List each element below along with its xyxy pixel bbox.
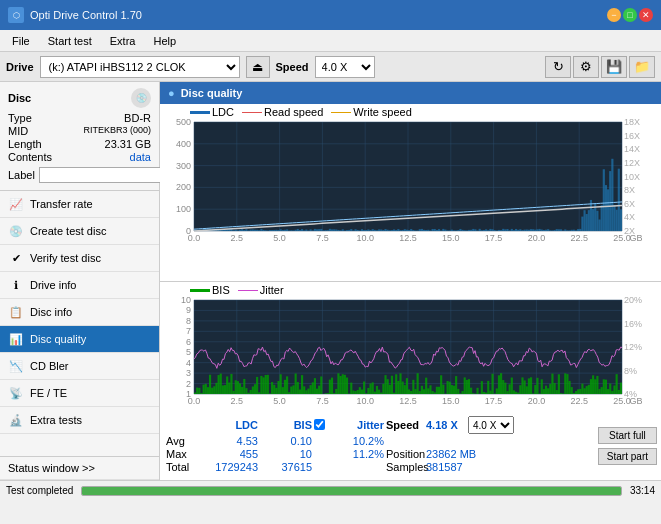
sidebar-item-label: Create test disc: [30, 225, 106, 237]
minimize-button[interactable]: −: [607, 8, 621, 22]
status-window-label: Status window >>: [8, 462, 95, 474]
main-area: Disc 💿 Type BD-R MID RITEKBR3 (000) Leng…: [0, 82, 661, 480]
eject-button[interactable]: ⏏: [246, 56, 270, 78]
sidebar-item-cd-bler[interactable]: 📉 CD Bler: [0, 353, 159, 380]
avg-speed-val: 4.18 X: [426, 419, 466, 431]
sidebar-item-label: Disc quality: [30, 333, 86, 345]
sidebar: Disc 💿 Type BD-R MID RITEKBR3 (000) Leng…: [0, 82, 160, 480]
upper-chart-legend: LDC Read speed Write speed: [190, 106, 412, 118]
menu-file[interactable]: File: [4, 33, 38, 49]
jitter-checkbox[interactable]: [314, 419, 325, 430]
speed-label: Speed: [276, 61, 309, 73]
lower-chart-canvas: [160, 282, 650, 412]
disc-info-icon: 📋: [8, 304, 24, 320]
max-jitter-val: 11.2%: [332, 448, 384, 460]
drive-select[interactable]: (k:) ATAPI iHBS112 2 CLOK: [40, 56, 240, 78]
lower-chart: BIS Jitter: [160, 282, 661, 412]
sidebar-item-disc-quality[interactable]: 📊 Disc quality: [0, 326, 159, 353]
cd-bler-icon: 📉: [8, 358, 24, 374]
max-label: Max: [166, 448, 204, 460]
create-test-disc-icon: 💿: [8, 223, 24, 239]
sidebar-item-extra-tests[interactable]: 🔬 Extra tests: [0, 407, 159, 434]
status-text: Test completed: [6, 485, 73, 496]
bottom-stats: LDC BIS Jitter Speed 4.18 X 4.0 X Avg 4.…: [160, 412, 661, 480]
statusbar: Test completed 33:14: [0, 480, 661, 500]
start-full-button[interactable]: Start full: [598, 427, 657, 444]
disc-panel-title: Disc: [8, 92, 31, 104]
app-title: Opti Drive Control 1.70: [30, 9, 142, 21]
menu-help[interactable]: Help: [145, 33, 184, 49]
settings-button[interactable]: ⚙: [573, 56, 599, 78]
drive-label: Drive: [6, 61, 34, 73]
read-speed-legend-label: Read speed: [264, 106, 323, 118]
sidebar-item-fe-te[interactable]: 📡 FE / TE: [0, 380, 159, 407]
upper-chart: LDC Read speed Write speed: [160, 104, 661, 282]
extra-tests-icon: 🔬: [8, 412, 24, 428]
sidebar-item-drive-info[interactable]: ℹ Drive info: [0, 272, 159, 299]
stats-table-section: LDC BIS Jitter Speed 4.18 X 4.0 X Avg 4.…: [160, 412, 588, 480]
disc-quality-icon: 📊: [8, 331, 24, 347]
mid-value: RITEKBR3 (000): [83, 125, 151, 137]
verify-test-disc-icon: ✔: [8, 250, 24, 266]
sidebar-item-label: Transfer rate: [30, 198, 93, 210]
charts-container: LDC Read speed Write speed: [160, 104, 661, 412]
type-value: BD-R: [124, 112, 151, 124]
sidebar-item-disc-info[interactable]: 📋 Disc info: [0, 299, 159, 326]
menu-start-test[interactable]: Start test: [40, 33, 100, 49]
progress-fill: [82, 487, 621, 495]
speed-header: Speed: [386, 419, 424, 431]
sidebar-item-label: FE / TE: [30, 387, 67, 399]
sidebar-item-status-window[interactable]: Status window >>: [0, 456, 159, 480]
drivebar: Drive (k:) ATAPI iHBS112 2 CLOK ⏏ Speed …: [0, 52, 661, 82]
sidebar-item-label: CD Bler: [30, 360, 69, 372]
jitter-checkbox-label: [314, 419, 330, 432]
max-ldc-val: 455: [206, 448, 258, 460]
sidebar-item-label: Disc info: [30, 306, 72, 318]
write-speed-legend-label: Write speed: [353, 106, 412, 118]
app-icon: ⬡: [8, 7, 24, 23]
jitter-header: Jitter: [332, 419, 384, 431]
info-button[interactable]: 💾: [601, 56, 627, 78]
samples-label: Samples: [386, 461, 424, 473]
titlebar: ⬡ Opti Drive Control 1.70 − □ ✕: [0, 0, 661, 30]
samples-val: 381587: [426, 461, 463, 473]
avg-jitter-val: 10.2%: [332, 435, 384, 447]
sidebar-item-create-test-disc[interactable]: 💿 Create test disc: [0, 218, 159, 245]
sidebar-item-label: Verify test disc: [30, 252, 101, 264]
menu-extra[interactable]: Extra: [102, 33, 144, 49]
type-label: Type: [8, 112, 32, 124]
avg-bis-val: 0.10: [260, 435, 312, 447]
max-bis-val: 10: [260, 448, 312, 460]
sidebar-nav: 📈 Transfer rate 💿 Create test disc ✔ Ver…: [0, 191, 159, 434]
speed-dropdown[interactable]: 4.0 X: [468, 416, 514, 434]
label-input[interactable]: [39, 167, 172, 183]
mid-label: MID: [8, 125, 28, 137]
avg-label: Avg: [166, 435, 204, 447]
total-label: Total: [166, 461, 204, 473]
maximize-button[interactable]: □: [623, 8, 637, 22]
label-label: Label: [8, 169, 35, 181]
ldc-header: LDC: [206, 419, 258, 431]
close-button[interactable]: ✕: [639, 8, 653, 22]
total-bis-val: 37615: [260, 461, 312, 473]
menubar: File Start test Extra Help: [0, 30, 661, 52]
status-time: 33:14: [630, 485, 655, 496]
content-area: ● Disc quality LDC Read speed: [160, 82, 661, 480]
refresh-button[interactable]: ↻: [545, 56, 571, 78]
save-button[interactable]: 📁: [629, 56, 655, 78]
sidebar-item-label: Drive info: [30, 279, 76, 291]
ldc-legend-label: LDC: [212, 106, 234, 118]
upper-chart-canvas: [160, 104, 650, 249]
sidebar-item-verify-test-disc[interactable]: ✔ Verify test disc: [0, 245, 159, 272]
start-buttons: Start full Start part: [594, 412, 661, 480]
disc-icon: 💿: [131, 88, 151, 108]
fe-te-icon: 📡: [8, 385, 24, 401]
drive-info-icon: ℹ: [8, 277, 24, 293]
position-val: 23862 MB: [426, 448, 476, 460]
contents-value: data: [130, 151, 151, 163]
speed-select[interactable]: 4.0 X: [315, 56, 375, 78]
position-label: Position: [386, 448, 424, 460]
start-part-button[interactable]: Start part: [598, 448, 657, 465]
sidebar-item-transfer-rate[interactable]: 📈 Transfer rate: [0, 191, 159, 218]
transfer-rate-icon: 📈: [8, 196, 24, 212]
